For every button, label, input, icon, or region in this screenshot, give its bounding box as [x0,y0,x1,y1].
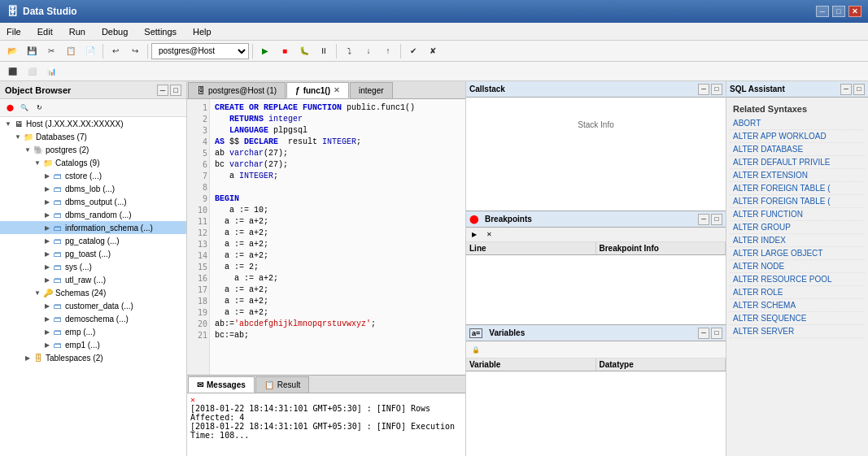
sql-item-15[interactable]: ALTER SEQUENCE [730,312,865,325]
sql-item-11[interactable]: ALTER NODE [730,260,865,273]
tree-databases[interactable]: ▼ 📁 Databases (7) [0,130,186,143]
tree-dbms-lob[interactable]: ▶ 🗃 dbms_lob (...) [0,182,186,195]
tab-func1-close[interactable]: ✕ [334,86,340,94]
dbms-output-toggle[interactable]: ▶ [42,197,52,206]
sql-item-12[interactable]: ALTER RESOURCE POOL [730,273,865,286]
sql-item-3[interactable]: ALTER DEFAULT PRIVILE [730,156,865,169]
sql-item-0[interactable]: ABORT [730,117,865,130]
sql-item-8[interactable]: ALTER GROUP [730,221,865,234]
toolbar-rollback[interactable]: ✘ [424,43,442,59]
tree-demoschema[interactable]: ▶ 🗃 demoschema (...) [0,312,186,325]
menu-help[interactable]: Help [190,25,215,38]
tab-postgres-host[interactable]: 🗄 postgres@Host (1) [188,82,286,98]
dbms-random-toggle[interactable]: ▶ [42,210,52,219]
menu-file[interactable]: File [3,25,24,38]
menu-debug[interactable]: Debug [98,25,131,38]
sql-assistant-minimize[interactable]: ─ [840,84,852,95]
sql-item-6[interactable]: ALTER FOREIGN TABLE ( [730,195,865,208]
emp1-toggle[interactable]: ▶ [42,340,52,350]
obj-browser-minimize[interactable]: ─ [157,85,168,96]
sql-item-16[interactable]: ALTER SERVER [730,325,865,338]
tab-integer[interactable]: integer [350,82,393,98]
callstack-maximize[interactable]: □ [711,84,722,95]
sql-item-7[interactable]: ALTER FUNCTION [730,208,865,221]
tree-emp1[interactable]: ▶ 🗃 emp1 (...) [0,338,186,351]
maximize-button[interactable]: □ [832,6,845,17]
bp-add-btn[interactable]: ▶ [468,228,481,241]
tree-pg-toast[interactable]: ▶ 🗃 pg_toast (...) [0,247,186,260]
tree-schemas[interactable]: ▼ 🔑 Schemas (24) [0,286,186,299]
toolbar-btn-4[interactable]: 📋 [62,43,80,59]
toolbar-btn-1[interactable]: 📂 [3,43,21,59]
variables-minimize[interactable]: ─ [698,328,709,339]
toolbar-commit[interactable]: ✔ [404,43,422,59]
toolbar-step-into[interactable]: ↓ [360,43,377,59]
sql-item-9[interactable]: ALTER INDEX [730,234,865,247]
sql-item-10[interactable]: ALTER LARGE OBJECT [730,247,865,260]
tablespaces-toggle[interactable]: ▶ [23,353,33,363]
postgres-toggle[interactable]: ▼ [23,145,33,154]
tree-host[interactable]: ▼ 🖥 Host (J.XX.XX.XX:XXXXX) [0,117,186,130]
tree-dbms-random[interactable]: ▶ 🗃 dbms_random (...) [0,208,186,221]
sql-item-14[interactable]: ALTER SCHEMA [730,299,865,312]
toolbar-debug-btn[interactable]: 🐛 [295,43,313,59]
catalogs-toggle[interactable]: ▼ [33,158,42,167]
minimize-button[interactable]: ─ [816,6,829,17]
breakpoints-minimize[interactable]: ─ [698,214,709,225]
toolbar-step-over[interactable]: ⤵ [340,43,358,59]
tree-cstore[interactable]: ▶ 🗃 cstore (...) [0,169,186,182]
toolbar-btn-5[interactable]: 📄 [81,43,99,59]
tree-emp[interactable]: ▶ 🗃 emp (...) [0,325,186,338]
tree-tablespaces[interactable]: ▶ 🗄 Tablespaces (2) [0,351,186,364]
sys-toggle[interactable]: ▶ [42,262,52,271]
tree-customer-data[interactable]: ▶ 🗃 customer_data (...) [0,299,186,312]
obj-refresh-btn[interactable]: ↻ [33,102,46,115]
code-editor[interactable]: 12345 678910 1112131415 1617181920 21 CR… [187,99,465,375]
tree-utl-raw[interactable]: ▶ 🗃 utl_raw (...) [0,273,186,286]
toolbar-btn-3[interactable]: ✂ [42,43,60,59]
databases-toggle[interactable]: ▼ [13,132,23,141]
toolbar-run-btn[interactable]: ▶ [256,43,274,59]
connection-dropdown[interactable]: postgres@Host [151,43,249,59]
toolbar-btn-6[interactable]: ↩ [107,43,124,59]
close-button[interactable]: ✕ [848,6,861,17]
obj-zoom-btn[interactable]: 🔍 [18,102,31,115]
obj-search-btn[interactable]: ⬤ [3,102,16,115]
tree-postgres[interactable]: ▼ 🐘 postgres (2) [0,143,186,156]
pg-catalog-toggle[interactable]: ▶ [42,236,52,245]
dbms-lob-toggle[interactable]: ▶ [42,184,52,193]
sql-item-5[interactable]: ALTER FOREIGN TABLE ( [730,182,865,195]
breakpoints-maximize[interactable]: □ [711,214,722,225]
menu-run[interactable]: Run [66,25,89,38]
sec-toolbar-btn-3[interactable]: 📊 [42,63,60,80]
obj-browser-maximize[interactable]: □ [170,85,181,96]
sql-item-13[interactable]: ALTER ROLE [730,286,865,299]
menu-edit[interactable]: Edit [34,25,56,38]
tab-result[interactable]: 📋 Result [255,376,309,393]
toolbar-pause-btn[interactable]: ⏸ [315,43,333,59]
sec-toolbar-btn-1[interactable]: ⬛ [3,63,21,80]
tree-information-schema[interactable]: ▶ 🗃 information_schema (...) [0,221,186,234]
menu-settings[interactable]: Settings [141,25,180,38]
toolbar-step-out[interactable]: ↑ [379,43,397,59]
callstack-minimize[interactable]: ─ [698,84,709,95]
sql-assistant-maximize[interactable]: □ [853,84,865,95]
code-content[interactable]: CREATE OR REPLACE FUNCTION public.func1(… [210,99,465,375]
tree-dbms-output[interactable]: ▶ 🗃 dbms_output (...) [0,195,186,208]
tree-pg-catalog[interactable]: ▶ 🗃 pg_catalog (...) [0,234,186,247]
toolbar-stop-btn[interactable]: ■ [276,43,294,59]
host-toggle[interactable]: ▼ [3,119,13,128]
var-refresh-btn[interactable]: 🔒 [469,343,482,356]
toolbar-btn-2[interactable]: 💾 [23,43,41,59]
utl-raw-toggle[interactable]: ▶ [42,275,52,284]
sql-item-1[interactable]: ALTER APP WORKLOAD [730,130,865,143]
demoschema-toggle[interactable]: ▶ [42,314,52,324]
cstore-toggle[interactable]: ▶ [42,171,52,180]
bp-remove-btn[interactable]: ✕ [482,228,495,241]
tab-func1[interactable]: ƒ func1() ✕ [286,82,349,98]
variables-maximize[interactable]: □ [711,328,722,339]
sec-toolbar-btn-2[interactable]: ⬜ [23,63,41,80]
sql-item-2[interactable]: ALTER DATABASE [730,143,865,156]
customer-data-toggle[interactable]: ▶ [42,301,52,311]
sql-item-4[interactable]: ALTER EXTENSION [730,169,865,182]
